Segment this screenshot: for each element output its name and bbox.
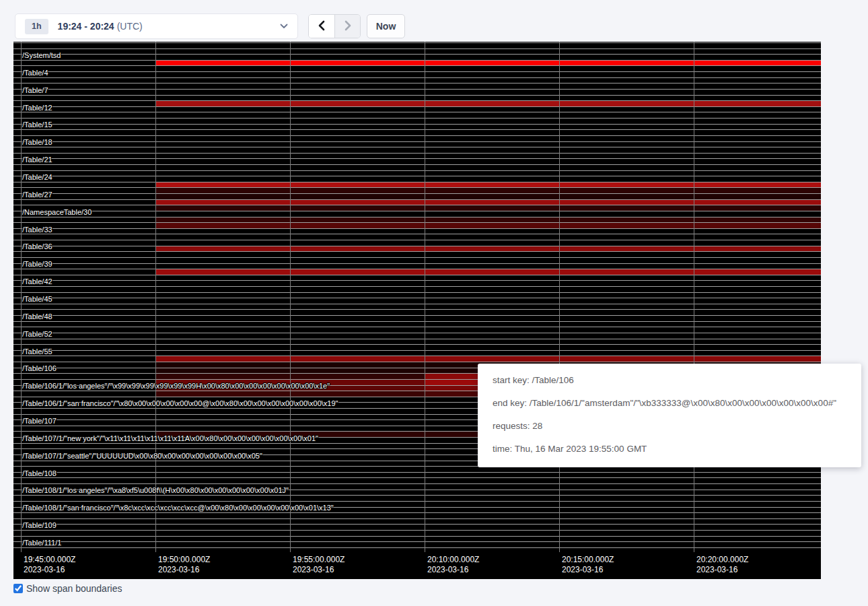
tick-time: 19:45:00.000Z: [24, 555, 75, 564]
next-range-button[interactable]: [334, 15, 360, 38]
hot-range-band[interactable]: [155, 223, 821, 228]
span-boundary-line: [13, 48, 821, 49]
span-boundary-line: [13, 298, 821, 298]
hot-range-band[interactable]: [155, 205, 821, 211]
span-boundary-line: [13, 309, 821, 310]
keyspace-row-label: /Table/107/1/"new york"/"\x11\x11\x11\x1…: [22, 434, 318, 443]
span-boundary-line: [13, 541, 821, 542]
tick-time: 19:55:00.000Z: [293, 555, 345, 564]
span-boundary-line: [13, 234, 821, 234]
tick-time: 20:15:00.000Z: [562, 555, 614, 564]
span-boundary-line: [13, 211, 821, 211]
keyspace-row-label: /Table/39: [22, 260, 52, 269]
tick-date: 2023-03-16: [427, 565, 479, 575]
time-tick-label: 20:20:00.000Z2023-03-16: [696, 555, 748, 575]
time-range-dropdown[interactable]: 1h 19:24 - 20:24(UTC): [15, 13, 298, 39]
span-boundary-line: [13, 286, 821, 287]
tick-time: 19:50:00.000Z: [158, 555, 210, 564]
span-boundary-line: [13, 54, 821, 55]
keyspace-row-label: /Table/106/1/"san francisco"/"\x80\x00\x…: [22, 399, 338, 408]
keyspace-row-label: /Table/42: [22, 277, 52, 286]
span-boundary-line: [13, 280, 821, 281]
span-boundary-line: [13, 65, 821, 66]
hot-range-band[interactable]: [155, 188, 821, 193]
hot-range-band[interactable]: [155, 182, 821, 188]
span-boundary-line: [13, 158, 821, 159]
tooltip-time: time: Thu, 16 Mar 2023 19:55:00 GMT: [493, 442, 846, 456]
heatmap-rows-layer: /System/tsd/Table/4/Table/7/Table/12/Tab…: [13, 42, 821, 552]
time-gridline: [155, 42, 156, 552]
span-boundary-line: [13, 141, 821, 142]
hot-range-band[interactable]: [155, 269, 821, 275]
time-gridline: [425, 42, 425, 552]
hot-range-band[interactable]: [155, 194, 821, 199]
tick-date: 2023-03-16: [24, 565, 75, 575]
span-boundary-line: [13, 333, 821, 333]
keyspace-row-label: /Table/108/1/"san francisco"/"\x8c\xcc\x…: [22, 504, 334, 512]
span-boundary-line: [13, 339, 821, 339]
span-boundary-line: [13, 547, 821, 548]
keyspace-row-label: /Table/12: [22, 104, 52, 112]
keyspace-row-label: /Table/4: [22, 69, 48, 77]
span-boundary-line: [13, 536, 821, 537]
time-gridline: [694, 42, 694, 552]
keyspace-row-label: /Table/107: [22, 417, 57, 426]
span-boundary-line: [13, 71, 821, 72]
time-tick-label: 19:45:00.000Z2023-03-16: [24, 555, 75, 575]
hot-range-band[interactable]: [155, 101, 821, 106]
keyspace-row-label: /Table/108/1/"los angeles"/"\xa8\xf5\u00…: [22, 486, 289, 495]
span-boundary-line: [13, 176, 821, 176]
show-span-boundaries-label: Show span boundaries: [26, 583, 122, 594]
keyspace-row-label: /Table/24: [22, 173, 52, 182]
hot-range-band[interactable]: [155, 356, 821, 362]
range-duration-badge: 1h: [25, 19, 48, 34]
span-boundary-line: [13, 315, 821, 316]
span-boundary-line: [13, 518, 821, 519]
keyspace-row-label: /Table/21: [22, 156, 52, 164]
span-boundary-line: [13, 164, 821, 165]
span-boundary-line: [13, 530, 821, 531]
keyspace-row-label: /NamespaceTable/30: [22, 208, 92, 217]
tick-time: 20:10:00.000Z: [427, 555, 479, 564]
keyspace-row-label: /Table/109: [22, 521, 57, 530]
hot-range-band[interactable]: [155, 200, 821, 205]
hover-tooltip: start key: /Table/106 end key: /Table/10…: [478, 364, 861, 467]
tick-date: 2023-03-16: [293, 565, 345, 575]
keyspace-row-label: /Table/15: [22, 121, 52, 129]
prev-range-button[interactable]: [309, 15, 334, 38]
span-boundary-line: [13, 483, 821, 484]
time-axis: 19:45:00.000Z2023-03-1619:50:00.000Z2023…: [13, 552, 821, 579]
span-boundary-line: [13, 344, 821, 345]
span-boundary-line: [13, 153, 821, 154]
keyspace-row-label: /System/tsd: [22, 51, 61, 60]
span-boundaries-control: Show span boundaries: [13, 583, 122, 594]
key-visualizer-heatmap[interactable]: /System/tsd/Table/4/Table/7/Table/12/Tab…: [13, 42, 821, 579]
show-span-boundaries-checkbox[interactable]: [13, 584, 23, 593]
keyspace-row-label: /Table/108: [22, 469, 57, 478]
span-boundary-line: [13, 124, 821, 125]
tick-date: 2023-03-16: [696, 565, 748, 575]
range-timezone: (UTC): [117, 21, 143, 32]
chevron-down-icon: [280, 24, 288, 29]
time-gridline: [290, 42, 291, 552]
hot-range-band[interactable]: [155, 246, 821, 252]
keyspace-row-label: /Table/33: [22, 226, 52, 234]
span-boundary-line: [13, 147, 821, 147]
span-boundary-line: [13, 257, 821, 258]
span-boundary-line: [13, 477, 821, 478]
hot-range-band[interactable]: [155, 217, 821, 223]
span-boundary-line: [13, 472, 821, 473]
keyspace-row-label: /Table/7: [22, 86, 48, 95]
time-gridline: [21, 42, 22, 552]
span-boundary-line: [13, 106, 821, 107]
now-button[interactable]: Now: [367, 14, 405, 38]
span-boundary-line: [13, 304, 821, 304]
span-boundary-line: [13, 275, 821, 275]
hot-range-band[interactable]: [155, 61, 821, 66]
keyspace-row-label: /Table/106/1/"los angeles"/"\x99\x99\x99…: [22, 382, 330, 391]
span-boundary-line: [13, 83, 821, 83]
span-boundary-line: [13, 118, 821, 119]
span-boundary-line: [13, 228, 821, 229]
keyspace-row-label: /Table/45: [22, 295, 52, 304]
time-tick-label: 19:50:00.000Z2023-03-16: [158, 555, 210, 575]
